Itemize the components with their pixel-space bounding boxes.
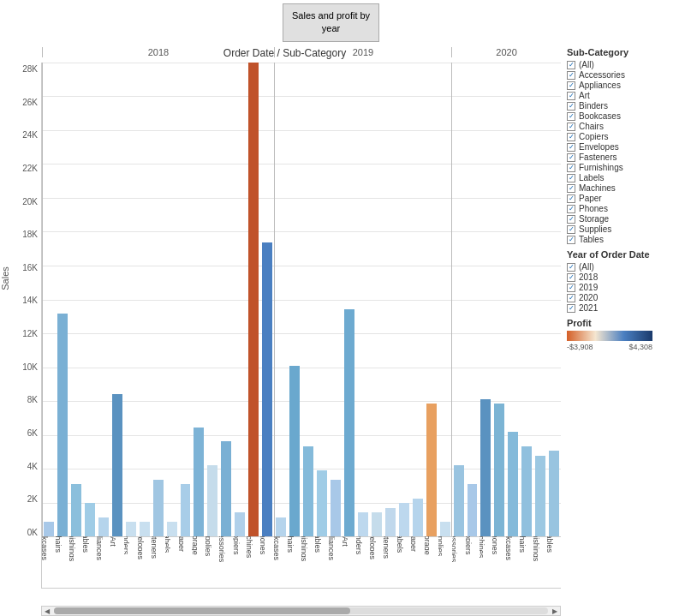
x-label-text: Accessories: [219, 536, 226, 562]
legend-item[interactable]: ✓ Labels: [567, 173, 685, 182]
bar[interactable]: [480, 63, 493, 536]
bar[interactable]: [492, 63, 506, 536]
legend-item[interactable]: ✓ Fasteners: [567, 153, 685, 162]
bar[interactable]: [356, 63, 370, 536]
legend-checkbox[interactable]: ✓: [567, 263, 575, 272]
bar[interactable]: [247, 63, 260, 536]
legend-item[interactable]: ✓ Storage: [567, 214, 685, 224]
y-tick: 2K: [27, 494, 38, 504]
legend-checkbox[interactable]: ✓: [567, 153, 575, 162]
bar[interactable]: [547, 63, 561, 536]
legend-item[interactable]: ✓ Binders: [567, 101, 685, 111]
legend-checkbox[interactable]: ✓: [567, 294, 575, 302]
legend-item[interactable]: ✓ Accessories: [567, 70, 685, 80]
legend-item[interactable]: ✓ (All): [567, 262, 685, 272]
bar[interactable]: [42, 63, 56, 536]
legend-item[interactable]: ✓ Furnishings: [567, 163, 685, 172]
bar[interactable]: [69, 63, 83, 536]
bar[interactable]: [260, 63, 274, 536]
legend-checkbox[interactable]: ✓: [567, 284, 575, 292]
bar[interactable]: [97, 63, 110, 536]
x-label-text: Copiers: [233, 536, 240, 555]
legend-checkbox[interactable]: ✓: [567, 143, 575, 152]
scrollbar-thumb[interactable]: [54, 607, 350, 614]
bar[interactable]: [83, 63, 97, 536]
bar[interactable]: [438, 63, 452, 536]
profit-min: -$3,908: [567, 343, 593, 351]
bar[interactable]: [520, 63, 533, 536]
legend-label: Copiers: [579, 132, 608, 141]
bar[interactable]: [288, 63, 301, 536]
bar[interactable]: [425, 63, 438, 536]
legend-item[interactable]: ✓ Appliances: [567, 81, 685, 90]
x-label-text: Furnishings: [69, 536, 76, 561]
legend-item[interactable]: ✓ 2019: [567, 283, 685, 292]
legend-item[interactable]: ✓ 2018: [567, 272, 685, 282]
bar[interactable]: [138, 63, 152, 536]
bar[interactable]: [152, 63, 165, 536]
tooltip-line2: year: [322, 23, 340, 33]
legend-item[interactable]: ✓ Phones: [567, 204, 685, 213]
bar[interactable]: [384, 63, 397, 536]
legend-checkbox[interactable]: ✓: [567, 164, 575, 172]
bar[interactable]: [219, 63, 233, 536]
legend-checkbox[interactable]: ✓: [567, 102, 575, 111]
scroll-right-arrow[interactable]: ▶: [550, 606, 560, 616]
legend-item[interactable]: ✓ Envelopes: [567, 142, 685, 152]
legend-item[interactable]: ✓ Paper: [567, 194, 685, 203]
legend-checkbox[interactable]: ✓: [567, 225, 575, 234]
bar[interactable]: [466, 63, 480, 536]
legend-item[interactable]: ✓ Supplies: [567, 224, 685, 234]
legend-item[interactable]: ✓ Machines: [567, 183, 685, 193]
legend-item[interactable]: ✓ Copiers: [567, 132, 685, 141]
scrollbar[interactable]: ◀ ▶: [41, 606, 561, 616]
legend-item[interactable]: ✓ (All): [567, 60, 685, 69]
legend-item[interactable]: ✓ Chairs: [567, 122, 685, 131]
legend-checkbox[interactable]: ✓: [567, 205, 575, 213]
legend-checkbox[interactable]: ✓: [567, 92, 575, 100]
bar[interactable]: [533, 63, 547, 536]
bar[interactable]: [329, 63, 342, 536]
bar[interactable]: [206, 63, 219, 536]
legend-checkbox[interactable]: ✓: [567, 112, 575, 121]
legend-item[interactable]: ✓ Bookcases: [567, 111, 685, 121]
legend-checkbox[interactable]: ✓: [567, 304, 575, 313]
bar[interactable]: [56, 63, 69, 536]
legend-checkbox[interactable]: ✓: [567, 194, 575, 203]
bar[interactable]: [192, 63, 206, 536]
legend-checkbox[interactable]: ✓: [567, 61, 575, 69]
bar[interactable]: [315, 63, 329, 536]
bar[interactable]: [179, 63, 193, 536]
bar[interactable]: [342, 63, 356, 536]
legend-label: (All): [579, 60, 594, 69]
bar[interactable]: [397, 63, 411, 536]
bar[interactable]: [506, 63, 520, 536]
bar[interactable]: [233, 63, 247, 536]
scroll-left-arrow[interactable]: ◀: [42, 606, 52, 616]
legend-checkbox[interactable]: ✓: [567, 184, 575, 193]
bar[interactable]: [124, 63, 138, 536]
legend-checkbox[interactable]: ✓: [567, 133, 575, 141]
legend-checkbox[interactable]: ✓: [567, 215, 575, 224]
legend-checkbox[interactable]: ✓: [567, 81, 575, 90]
legend-item[interactable]: ✓ Tables: [567, 235, 685, 244]
bar[interactable]: [165, 63, 179, 536]
legend-item[interactable]: ✓ Art: [567, 91, 685, 100]
bar[interactable]: [110, 63, 124, 536]
bars-area: [42, 63, 561, 536]
legend-checkbox[interactable]: ✓: [567, 71, 575, 80]
legend-label: Phones: [579, 204, 608, 213]
bar[interactable]: [274, 63, 288, 536]
legend-checkbox[interactable]: ✓: [567, 123, 575, 131]
bar[interactable]: [370, 63, 384, 536]
legend-item[interactable]: ✓ 2021: [567, 303, 685, 313]
y-axis: Sales 28K 26K 24K 22K 20K 18K 16K 14K 12…: [9, 63, 41, 589]
bar[interactable]: [301, 63, 315, 536]
bar[interactable]: [411, 63, 425, 536]
legend-checkbox[interactable]: ✓: [567, 236, 575, 244]
legend-checkbox[interactable]: ✓: [567, 273, 575, 282]
legend-item[interactable]: ✓ 2020: [567, 293, 685, 302]
bar[interactable]: [452, 63, 466, 536]
x-label-cell: Machines: [247, 536, 260, 588]
legend-checkbox[interactable]: ✓: [567, 174, 575, 182]
